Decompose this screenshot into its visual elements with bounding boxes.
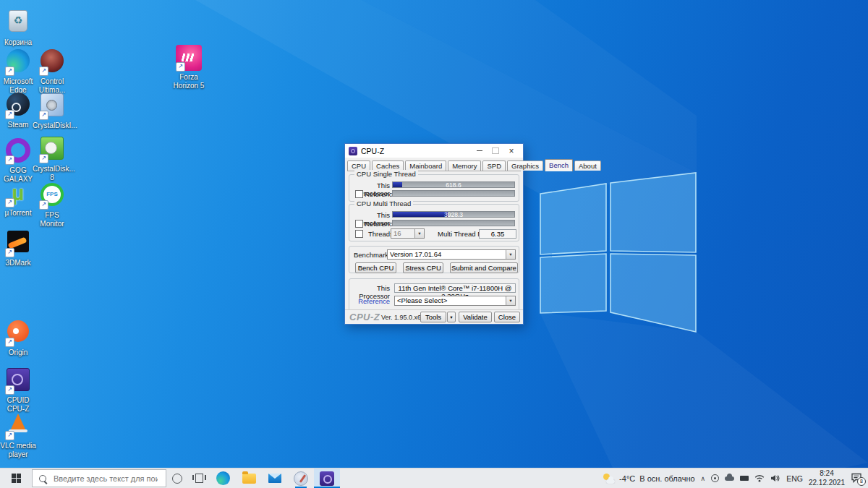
desktop-icon-crystaldiskinfo[interactable]: ↗ CrystalDiskI... — [33, 91, 72, 130]
tab-cpu[interactable]: CPU — [347, 160, 370, 171]
shortcut-arrow-icon: ↗ — [5, 67, 14, 76]
shortcut-arrow-icon: ↗ — [5, 198, 14, 207]
chevron-down-icon: ▼ — [414, 229, 424, 238]
close-button[interactable]: × — [503, 145, 519, 157]
validate-button[interactable]: Validate — [459, 312, 492, 322]
tools-dropdown-button[interactable]: ▼ — [447, 312, 456, 322]
chevron-down-icon: ▼ — [506, 296, 515, 305]
threads-label: Threads — [368, 230, 393, 238]
taskbar-paint[interactable] — [288, 468, 314, 488]
task-view-button[interactable] — [188, 468, 210, 488]
update-tray-icon[interactable] — [711, 474, 719, 482]
desktop-icon-crystaldiskinfo8[interactable]: ↗ CrystalDisk... 8 — [33, 134, 72, 181]
desktop-icon-fps-monitor[interactable]: FPS↗ FPS Monitor — [33, 181, 72, 228]
single-thread-score-bar: 618.6 — [392, 181, 515, 188]
cpuz-app-icon — [349, 147, 357, 155]
icon-label: Корзина — [0, 38, 38, 47]
device-tray-icon[interactable] — [740, 476, 749, 481]
action-center-button[interactable]: 8 — [851, 473, 864, 484]
shortcut-arrow-icon: ↗ — [5, 248, 14, 257]
wifi-icon[interactable] — [754, 474, 765, 482]
taskbar-file-explorer[interactable] — [236, 468, 262, 488]
search-input[interactable] — [52, 474, 159, 484]
version-text: Ver. 1.95.0.x64 — [381, 314, 425, 321]
shortcut-arrow-icon: ↗ — [5, 338, 14, 347]
taskbar-clock[interactable]: 8:24 22.12.2021 — [809, 469, 845, 487]
group-single-thread: CPU Single Thread This Processor 618.6 R… — [349, 174, 519, 202]
tab-mainboard[interactable]: Mainboard — [405, 160, 446, 171]
benchmark-version-value: Version 17.01.64 — [390, 250, 441, 258]
cortana-icon — [172, 474, 182, 484]
search-icon — [39, 475, 46, 482]
icon-label: FPS Monitor — [33, 211, 72, 228]
desktop-icon-forza-horizon5[interactable]: ↗ Forza Horizon 5 — [169, 43, 208, 90]
reference-value: <Please Select> — [397, 296, 447, 304]
chevron-down-icon: ▼ — [506, 250, 515, 259]
taskbar-edge[interactable] — [210, 468, 236, 488]
volume-icon[interactable] — [770, 474, 780, 482]
paint-icon — [294, 471, 308, 486]
task-view-icon — [195, 474, 203, 483]
multi-reference-checkbox[interactable] — [355, 220, 363, 228]
tab-memory[interactable]: Memory — [448, 160, 481, 171]
single-reference-checkbox[interactable] — [355, 190, 363, 198]
group-title: CPU Single Thread — [354, 170, 418, 178]
tab-graphics[interactable]: Graphics — [507, 160, 543, 171]
single-reference-bar — [392, 190, 515, 197]
benchmark-version-select[interactable]: Version 17.01.64 ▼ — [387, 249, 516, 260]
multi-thread-score-bar: 3928.3 — [392, 211, 515, 218]
vlc-icon — [10, 414, 26, 431]
multi-thread-score: 3928.3 — [393, 212, 514, 217]
cpuz-icon — [320, 471, 334, 486]
clock-date: 22.12.2021 — [809, 479, 845, 488]
minimize-button[interactable] — [472, 145, 488, 157]
shortcut-arrow-icon: ↗ — [39, 200, 48, 210]
desktop-icon-control[interactable]: ↗ Control Ultima... — [33, 48, 72, 94]
icon-label: Origin — [0, 348, 38, 357]
bench-cpu-button[interactable]: Bench CPU — [355, 262, 396, 273]
notification-badge: 8 — [857, 477, 866, 486]
window-status-bar: CPU-Z Ver. 1.95.0.x64 Tools ▼ Validate C… — [345, 309, 523, 324]
taskbar-cpuz-active[interactable] — [314, 468, 340, 488]
desktop-icon-cpuz[interactable]: ↗ CPUID CPU-Z — [0, 366, 38, 413]
benchmark-label: Benchmark — [354, 251, 383, 259]
threads-select[interactable]: 16 ▼ — [391, 228, 425, 239]
submit-compare-button[interactable]: Submit and Compare — [450, 262, 518, 273]
maximize-button — [488, 145, 503, 157]
tab-spd[interactable]: SPD — [482, 160, 506, 171]
desktop-icon-3dmark[interactable]: ↗ 3DMark — [0, 228, 38, 267]
processor-name-field: 11th Gen Intel® Core™ i7-11800H @ 2.30GH… — [394, 283, 516, 293]
tab-caches[interactable]: Caches — [372, 160, 404, 171]
threads-checkbox[interactable] — [355, 230, 363, 238]
group-multi-thread: CPU Multi Thread This Processor 3928.3 R… — [349, 204, 519, 241]
close-icon: × — [509, 147, 514, 155]
shortcut-arrow-icon: ↗ — [5, 110, 14, 119]
icon-label: CrystalDisk... 8 — [33, 165, 72, 181]
file-explorer-icon — [242, 474, 256, 484]
desktop-icon-recycle-bin[interactable]: ♻ Корзина — [0, 7, 38, 47]
tab-about[interactable]: About — [574, 160, 601, 171]
mail-icon — [268, 474, 281, 483]
recycle-bin-icon: ♻ — [9, 10, 27, 32]
tab-bench[interactable]: Bench — [545, 159, 573, 171]
tray-expand-chevron-icon[interactable]: ∧ — [701, 475, 706, 482]
taskbar-search[interactable] — [32, 469, 166, 487]
cortana-button[interactable] — [166, 468, 188, 488]
onedrive-cloud-icon[interactable] — [725, 476, 734, 481]
start-button[interactable] — [0, 468, 32, 488]
stress-cpu-button[interactable]: Stress CPU — [403, 262, 443, 273]
shortcut-arrow-icon: ↗ — [176, 62, 185, 72]
title-bar[interactable]: CPU-Z × — [345, 144, 523, 158]
icon-label: 3DMark — [0, 259, 38, 267]
reference-select[interactable]: <Please Select> ▼ — [394, 296, 516, 306]
window-close-button[interactable]: Close — [494, 312, 520, 322]
weather-text: В осн. облачно — [639, 474, 694, 483]
tools-button[interactable]: Tools — [420, 312, 446, 322]
desktop-icon-origin[interactable]: ↗ Origin — [0, 318, 38, 357]
desktop-icon-vlc[interactable]: ↗ VLC media player — [0, 411, 38, 458]
taskbar-mail[interactable] — [262, 468, 288, 488]
shortcut-arrow-icon: ↗ — [5, 431, 14, 440]
ratio-value: 6.35 — [479, 229, 516, 239]
weather-widget[interactable]: -4°C В осн. облачно — [603, 474, 694, 484]
language-indicator[interactable]: ENG — [786, 474, 803, 483]
